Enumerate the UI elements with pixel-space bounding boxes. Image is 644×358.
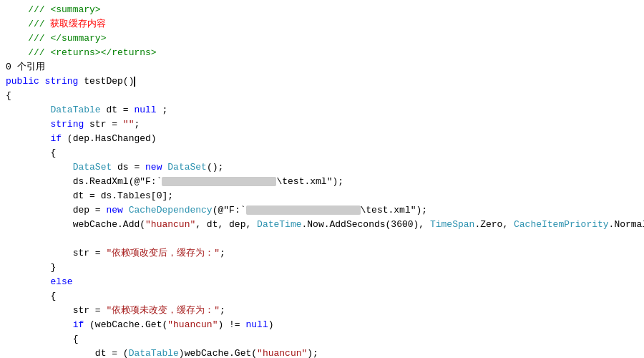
- code-line: 0 个引用: [0, 60, 644, 74]
- code-line: /// <summary>: [0, 3, 644, 17]
- code-line: string str = "";: [0, 117, 644, 132]
- code-line: dt = ds.Tables[0];: [0, 189, 644, 203]
- code-line: /// 获取缓存内容: [0, 17, 644, 32]
- code-line: {: [0, 332, 644, 347]
- code-line: str = "依赖项改变后，缓存为：";: [0, 246, 644, 261]
- code-editor: /// <summary> /// 获取缓存内容 /// </summary> …: [0, 0, 644, 358]
- code-line: [0, 232, 644, 246]
- code-line: DataTable dt = null ;: [0, 103, 644, 117]
- code-line: if (webCache.Get("huancun") != null): [0, 318, 644, 332]
- code-line: {: [0, 89, 644, 103]
- code-line: /// </summary>: [0, 32, 644, 46]
- code-line: DataSet ds = new DataSet();: [0, 160, 644, 175]
- code-line: }: [0, 261, 644, 275]
- code-line: if (dep.HasChanged): [0, 132, 644, 146]
- code-line: {: [0, 289, 644, 304]
- code-line: str = "依赖项未改变，缓存为：";: [0, 304, 644, 318]
- code-line: {: [0, 146, 644, 160]
- code-line: ds.ReadXml(@"F:` \test.xml");: [0, 175, 644, 189]
- code-line: public string testDep(): [0, 74, 644, 89]
- code-line: dep = new CacheDependency(@"F:` \test.xm…: [0, 203, 644, 218]
- code-line: else: [0, 275, 644, 289]
- code-line: dt = (DataTable)webCache.Get("huancun");: [0, 347, 644, 358]
- code-line: webCache.Add("huancun", dt, dep, DateTim…: [0, 218, 644, 232]
- code-line: /// <returns></returns>: [0, 46, 644, 60]
